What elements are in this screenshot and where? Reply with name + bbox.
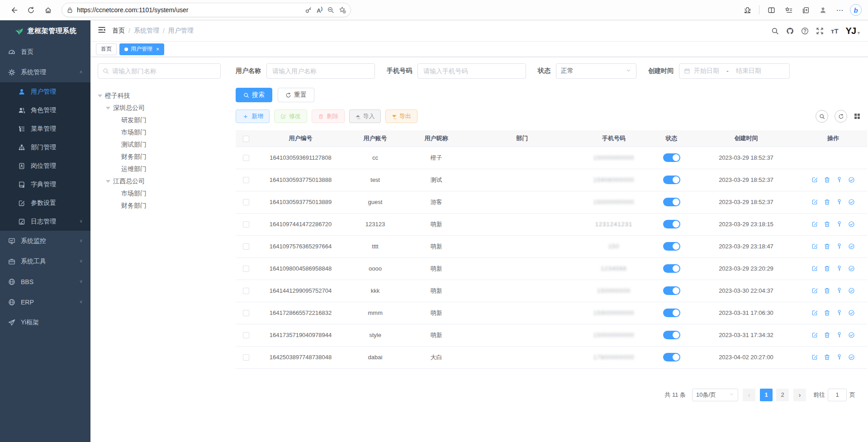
row-delete-icon[interactable] — [824, 332, 830, 338]
status-toggle[interactable] — [663, 286, 680, 295]
delete-button[interactable]: 删除 — [312, 109, 345, 123]
row-reset-password-icon[interactable] — [836, 309, 843, 316]
row-edit-icon[interactable] — [811, 243, 818, 250]
sidebar-item-字典管理[interactable]: 字典管理 — [0, 175, 90, 194]
status-toggle[interactable] — [663, 198, 680, 206]
breadcrumb-item[interactable]: 用户管理 — [168, 27, 194, 35]
row-checkbox[interactable] — [243, 354, 249, 361]
bing-chat-icon[interactable]: b — [850, 4, 862, 16]
row-edit-icon[interactable] — [811, 332, 818, 338]
search-button[interactable]: 搜索 — [236, 88, 272, 102]
row-delete-icon[interactable] — [824, 309, 830, 316]
phone-input[interactable] — [417, 63, 526, 79]
lock-icon[interactable] — [66, 7, 73, 14]
row-edit-icon[interactable] — [811, 221, 818, 228]
department-search-box[interactable] — [98, 63, 221, 79]
column-settings-button[interactable] — [854, 113, 861, 120]
row-edit-icon[interactable] — [811, 265, 818, 272]
tree-node-橙子科技[interactable]: 橙子科技 — [98, 90, 227, 102]
sidebar-item-角色管理[interactable]: 角色管理 — [0, 101, 90, 119]
edit-button[interactable]: 修改 — [274, 109, 307, 123]
page-button-2[interactable]: 2 — [776, 389, 789, 401]
row-reset-password-icon[interactable] — [836, 199, 843, 205]
row-checkbox[interactable] — [243, 199, 249, 205]
row-assign-role-icon[interactable] — [848, 309, 855, 316]
sidebar-item-Yi框架[interactable]: Yi框架 — [0, 312, 90, 333]
department-search-input[interactable] — [112, 67, 216, 75]
row-assign-role-icon[interactable] — [848, 221, 855, 228]
row-delete-icon[interactable] — [824, 265, 830, 272]
row-edit-icon[interactable] — [811, 309, 818, 316]
breadcrumb-item[interactable]: 首页 — [112, 27, 125, 35]
read-aloud-icon[interactable]: A) — [317, 6, 323, 14]
row-checkbox[interactable] — [243, 177, 249, 183]
user-avatar[interactable]: YJ ▼ — [846, 26, 861, 35]
user-name-input[interactable] — [266, 63, 375, 79]
row-checkbox[interactable] — [243, 266, 249, 272]
status-toggle[interactable] — [663, 331, 680, 339]
tree-node-深圳总公司[interactable]: 深圳总公司 — [98, 102, 227, 114]
row-delete-icon[interactable] — [824, 176, 830, 183]
tree-node-测试部门[interactable]: 测试部门 — [98, 138, 227, 151]
row-checkbox[interactable] — [243, 243, 249, 250]
next-page-button[interactable]: › — [793, 389, 806, 401]
row-edit-icon[interactable] — [811, 354, 818, 361]
split-screen-icon[interactable] — [764, 3, 778, 17]
row-assign-role-icon[interactable] — [848, 176, 855, 183]
status-select[interactable]: 正常 — [556, 63, 636, 79]
status-toggle[interactable] — [663, 220, 680, 228]
tree-node-江西总公司[interactable]: 江西总公司 — [98, 175, 227, 187]
page-button-1[interactable]: 1 — [760, 389, 773, 401]
import-button[interactable]: ⏶̲ 导入 — [349, 109, 381, 123]
select-all-checkbox[interactable] — [243, 136, 249, 142]
status-toggle[interactable] — [663, 153, 680, 162]
row-checkbox[interactable] — [243, 332, 249, 338]
sidebar-item-ERP[interactable]: ERP˅ — [0, 292, 90, 312]
help-icon[interactable] — [801, 27, 809, 35]
row-reset-password-icon[interactable] — [836, 354, 843, 361]
row-edit-icon[interactable] — [811, 176, 818, 183]
sidebar-item-首页[interactable]: 首页 — [0, 42, 90, 62]
sidebar-item-日志管理[interactable]: 日志管理˅ — [0, 212, 90, 231]
collapse-sidebar-icon[interactable] — [98, 26, 106, 36]
row-assign-role-icon[interactable] — [848, 265, 855, 272]
status-toggle[interactable] — [663, 176, 680, 184]
page-size-select[interactable]: 10条/页 — [692, 389, 738, 401]
row-reset-password-icon[interactable] — [836, 221, 843, 228]
collections-icon[interactable] — [798, 3, 813, 17]
row-assign-role-icon[interactable] — [848, 287, 855, 294]
url-text[interactable]: https://ccnetcore.com:1101/system/user — [77, 6, 301, 14]
refresh-table-button[interactable] — [835, 110, 847, 123]
row-assign-role-icon[interactable] — [848, 332, 855, 338]
font-size-icon[interactable]: ᴛT — [831, 27, 839, 35]
row-reset-password-icon[interactable] — [836, 243, 843, 250]
browser-more-icon[interactable]: ⋯ — [833, 3, 847, 17]
row-reset-password-icon[interactable] — [836, 265, 843, 272]
tree-node-运维部门[interactable]: 运维部门 — [98, 163, 227, 175]
row-reset-password-icon[interactable] — [836, 176, 843, 183]
close-icon[interactable]: × — [156, 46, 159, 52]
browser-back-button[interactable] — [6, 3, 21, 17]
row-checkbox[interactable] — [243, 310, 249, 316]
tab-首页[interactable]: 首页 — [96, 43, 117, 55]
row-delete-icon[interactable] — [824, 199, 830, 205]
browser-refresh-button[interactable] — [24, 3, 38, 17]
zoom-out-icon[interactable] — [327, 6, 334, 14]
github-icon[interactable] — [786, 27, 794, 35]
row-edit-icon[interactable] — [811, 287, 818, 294]
password-key-icon[interactable] — [305, 6, 312, 14]
sidebar-item-用户管理[interactable]: 用户管理 — [0, 82, 90, 101]
row-reset-password-icon[interactable] — [836, 287, 843, 294]
prev-page-button[interactable]: ‹ — [743, 389, 755, 401]
breadcrumb-item[interactable]: 系统管理 — [134, 27, 159, 35]
browser-profile-avatar[interactable] — [816, 3, 830, 17]
tree-node-市场部门[interactable]: 市场部门 — [98, 187, 227, 200]
row-edit-icon[interactable] — [811, 199, 818, 205]
row-checkbox[interactable] — [243, 155, 249, 161]
status-toggle[interactable] — [663, 242, 680, 251]
export-button[interactable]: ⏷̲ 导出 — [385, 109, 417, 123]
sidebar-item-部门管理[interactable]: 部门管理 — [0, 138, 90, 157]
status-toggle[interactable] — [663, 353, 680, 361]
sidebar-item-BBS[interactable]: BBS˅ — [0, 271, 90, 292]
date-range-picker[interactable]: 开始日期 - 结束日期 — [679, 63, 790, 79]
